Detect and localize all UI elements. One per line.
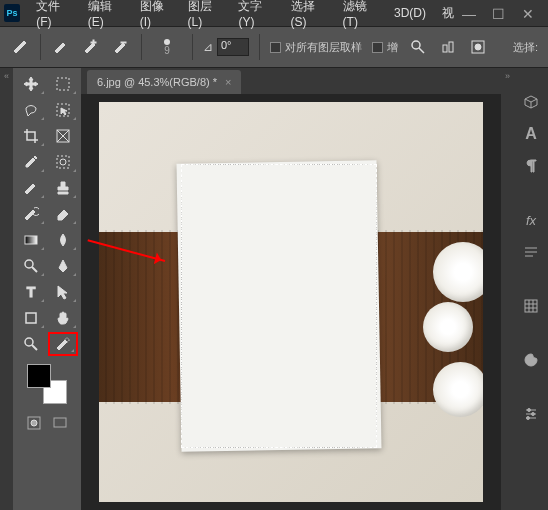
quick-selection-tool[interactable]	[48, 332, 78, 356]
svg-line-22	[32, 345, 37, 350]
healing-tool[interactable]	[48, 150, 78, 174]
sample-all-checkbox[interactable]	[270, 42, 281, 53]
svg-line-4	[419, 48, 424, 53]
character-panel-icon[interactable]: A	[521, 124, 541, 144]
document-tab[interactable]: 6.jpg @ 45.3%(RGB/8) * ×	[87, 70, 241, 94]
svg-rect-30	[525, 300, 537, 312]
left-collapse-strip[interactable]: «	[0, 68, 13, 510]
hand-tool[interactable]	[48, 306, 78, 330]
quickmask-tool[interactable]	[24, 414, 44, 432]
options-bar: 9 ⊿ 0° 对所有图层取样 增 选择:	[0, 26, 548, 68]
select-subject-label[interactable]: 选择:	[513, 40, 538, 55]
screenmode-tool[interactable]	[50, 414, 70, 432]
separator	[192, 34, 193, 60]
brush-size-preview[interactable]: 9	[152, 39, 182, 56]
history-brush-tool[interactable]	[16, 202, 46, 226]
separator	[40, 34, 41, 60]
color-swatches[interactable]	[27, 364, 67, 404]
adjustments-panel-icon[interactable]	[521, 404, 541, 424]
svg-point-21	[25, 338, 33, 346]
magnify-option-icon[interactable]	[408, 37, 428, 57]
move-tool[interactable]	[16, 72, 46, 96]
color-panel-icon[interactable]	[521, 350, 541, 370]
tab-close-icon[interactable]: ×	[225, 76, 231, 88]
menu-select[interactable]: 选择(S)	[283, 0, 335, 29]
canvas-viewport[interactable]	[81, 94, 501, 510]
menu-layer[interactable]: 图层(L)	[180, 0, 231, 29]
subtract-selection-icon[interactable]	[111, 37, 131, 57]
svg-rect-26	[54, 418, 66, 427]
pen-tool[interactable]	[48, 254, 78, 278]
blur-tool[interactable]	[48, 228, 78, 252]
add-selection-icon[interactable]	[51, 37, 71, 57]
marquee-tool[interactable]	[48, 72, 78, 96]
shape-tool[interactable]	[16, 306, 46, 330]
svg-point-8	[475, 44, 481, 50]
main-area: « T	[0, 68, 548, 510]
paragraph-panel-icon[interactable]	[521, 156, 541, 176]
mask-option-icon[interactable]	[468, 37, 488, 57]
path-select-tool[interactable]	[48, 280, 78, 304]
paper-sheet	[177, 160, 382, 451]
menu-view[interactable]: 视	[434, 5, 462, 22]
svg-point-38	[532, 413, 535, 416]
svg-rect-20	[26, 313, 36, 323]
rotate-option-icon[interactable]	[438, 37, 458, 57]
document-area: 6.jpg @ 45.3%(RGB/8) * ×	[81, 68, 501, 510]
app-logo: Ps	[4, 4, 20, 22]
angle-icon: ⊿	[203, 40, 213, 54]
svg-point-15	[60, 159, 66, 165]
object-select-tool[interactable]	[48, 98, 78, 122]
menu-3d[interactable]: 3D(D)	[386, 6, 434, 20]
angle-input[interactable]: 0°	[217, 38, 249, 56]
brush-angle: ⊿ 0°	[203, 38, 249, 56]
eyedropper-tool[interactable]	[16, 150, 46, 174]
dodge-tool[interactable]	[16, 254, 46, 278]
svg-rect-5	[443, 45, 447, 52]
menu-type[interactable]: 文字(Y)	[230, 0, 282, 29]
frame-tool[interactable]	[48, 124, 78, 148]
svg-line-18	[32, 267, 37, 272]
document-tab-bar: 6.jpg @ 45.3%(RGB/8) * ×	[81, 68, 501, 94]
svg-rect-14	[57, 156, 69, 168]
tool-preset-icon[interactable]	[10, 37, 30, 57]
foreground-color[interactable]	[27, 364, 51, 388]
zoom-tool[interactable]	[16, 332, 46, 356]
tools-panel: T	[13, 68, 81, 510]
sample-all-label: 对所有图层取样	[285, 40, 362, 55]
svg-rect-16	[25, 236, 37, 244]
separator	[259, 34, 260, 60]
crop-tool[interactable]	[16, 124, 46, 148]
stamp-tool[interactable]	[48, 176, 78, 200]
separator	[141, 34, 142, 60]
svg-point-25	[31, 420, 37, 426]
add-to-selection-icon[interactable]	[81, 37, 101, 57]
canvas-image	[99, 102, 483, 502]
menu-file[interactable]: 文件(F)	[28, 0, 79, 29]
svg-rect-9	[57, 78, 69, 90]
svg-point-40	[527, 417, 530, 420]
swatches-panel-icon[interactable]	[521, 296, 541, 316]
minimize-button[interactable]: —	[462, 6, 476, 20]
styles-panel-icon[interactable]: fx	[521, 210, 541, 230]
lasso-tool[interactable]	[16, 98, 46, 122]
sample-all-layers: 对所有图层取样	[270, 40, 362, 55]
brush-tool[interactable]	[16, 176, 46, 200]
svg-rect-6	[449, 42, 453, 52]
menu-edit[interactable]: 编辑(E)	[80, 0, 132, 29]
eraser-tool[interactable]	[48, 202, 78, 226]
maximize-button[interactable]: ☐	[492, 6, 506, 20]
cotton-flower	[433, 362, 483, 417]
right-collapse-strip[interactable]: »	[501, 68, 514, 510]
enhance-checkbox[interactable]	[372, 42, 383, 53]
menu-filter[interactable]: 滤镜(T)	[335, 0, 386, 29]
paragraph-styles-icon[interactable]	[521, 242, 541, 262]
3d-panel-icon[interactable]	[521, 92, 541, 112]
svg-point-36	[528, 409, 531, 412]
svg-rect-2	[121, 42, 126, 43]
svg-point-3	[412, 41, 420, 49]
gradient-tool[interactable]	[16, 228, 46, 252]
menu-image[interactable]: 图像(I)	[132, 0, 180, 29]
close-button[interactable]: ✕	[522, 6, 536, 20]
type-tool[interactable]: T	[16, 280, 46, 304]
